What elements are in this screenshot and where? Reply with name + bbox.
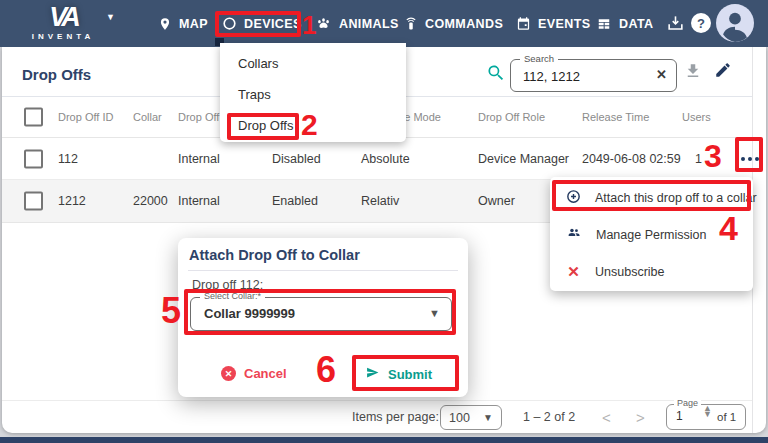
items-per-page-select[interactable]: 100 ▼	[440, 405, 502, 430]
nav-item-map[interactable]: MAP	[158, 0, 208, 47]
collar-ring-icon	[222, 16, 237, 31]
cell-release-mode: Absolute	[361, 152, 410, 166]
calendar-icon	[516, 16, 531, 31]
menu-item-attach-drop-off[interactable]: Attach this drop off to a collar	[550, 179, 753, 216]
brand-monogram: VA	[18, 3, 108, 31]
chevron-down-icon: ▼	[483, 412, 493, 423]
cell-release-time: 2049-06-08 02:59	[582, 152, 681, 166]
column-header-release-time: Release Time	[582, 111, 649, 123]
row-checkbox[interactable]	[24, 192, 43, 211]
nav-item-animals[interactable]: ANIMALS	[315, 0, 399, 47]
nav-item-devices[interactable]: DEVICES	[222, 0, 302, 47]
devices-dropdown-menu: Collars Traps Drop Offs	[220, 43, 406, 142]
select-collar-value: Collar 9999999	[204, 306, 295, 321]
page-stepper[interactable]: ▲▼	[703, 406, 712, 417]
row-context-menu: Attach this drop off to a collar Manage …	[550, 177, 753, 291]
edit-pencil-icon[interactable]	[714, 61, 732, 83]
nav-item-label: ANIMALS	[339, 17, 399, 31]
brand-caret-down-icon[interactable]: ▼	[106, 12, 115, 22]
chevron-down-icon: ▼	[429, 307, 440, 319]
cell-drop-off-type: Internal	[178, 194, 220, 208]
menu-item-unsubscribe[interactable]: ✕ Unsubscribe	[550, 253, 753, 290]
attach-to-collar-icon	[565, 188, 582, 208]
export-icon[interactable]	[666, 14, 685, 37]
cell-status: Enabled	[272, 194, 318, 208]
cell-users: 1	[695, 152, 702, 166]
cell-status: Disabled	[272, 152, 321, 166]
clear-search-icon[interactable]: ✕	[656, 67, 667, 82]
x-icon: ✕	[565, 263, 582, 281]
modal-title: Attach Drop Off to Collar	[189, 247, 360, 263]
row-checkbox[interactable]	[24, 149, 43, 168]
nav-item-label: DATA	[619, 17, 653, 31]
select-collar-dropdown[interactable]: Select Collar:* Collar 9999999 ▼	[190, 297, 452, 331]
drop-off-label: Drop off 112:	[192, 278, 263, 292]
submit-button[interactable]: Submit	[365, 366, 432, 382]
paw-icon	[315, 16, 332, 31]
nav-item-label: COMMANDS	[425, 17, 503, 31]
map-pin-icon	[158, 16, 172, 32]
nav-item-commands[interactable]: COMMANDS	[404, 0, 503, 47]
table-icon	[596, 17, 612, 31]
avatar[interactable]	[716, 4, 754, 46]
remote-icon	[404, 15, 418, 33]
menu-item-collars[interactable]: Collars	[220, 48, 406, 79]
attach-drop-off-modal: Attach Drop Off to Collar Drop off 112: …	[178, 238, 468, 397]
column-header-collar: Collar	[133, 111, 162, 123]
nav-item-label: DEVICES	[244, 17, 302, 31]
previous-page-button[interactable]: <	[602, 401, 611, 433]
brand-logo[interactable]: VA INVENTA	[18, 3, 108, 41]
menu-item-traps[interactable]: Traps	[220, 79, 406, 110]
items-per-page-label: Items per page:	[352, 401, 439, 433]
menu-item-drop-offs[interactable]: Drop Offs	[220, 110, 406, 141]
column-header-users: Users	[682, 111, 711, 123]
cell-drop-off-id: 112	[58, 152, 78, 166]
cell-drop-off-role: Owner	[478, 194, 515, 208]
cell-drop-off-type: Internal	[178, 152, 220, 166]
cell-drop-off-id: 1212	[58, 194, 86, 208]
page-number-field: Page ▲▼ of 1	[666, 404, 746, 430]
menu-item-manage-permission[interactable]: Manage Permission	[550, 216, 753, 253]
select-all-checkbox[interactable]	[24, 108, 43, 127]
pagination-range: 1 – 2 of 2	[523, 401, 575, 433]
nav-item-label: MAP	[179, 17, 208, 31]
window-bottom-edge	[0, 437, 768, 443]
nav-item-label: EVENTS	[538, 17, 590, 31]
next-page-button[interactable]: >	[636, 401, 645, 433]
cancel-x-icon: ✕	[221, 366, 236, 381]
search-input[interactable]	[521, 63, 645, 89]
modal-divider	[188, 270, 458, 271]
app-window: VA INVENTA ▼ MAP DEVICES ANIMALS COMMAND…	[0, 0, 768, 443]
column-header-drop-off-id: Drop Off ID	[58, 111, 113, 123]
page-number-input[interactable]	[674, 408, 694, 424]
page-field-label: Page	[674, 398, 701, 408]
search-icon[interactable]	[486, 63, 506, 87]
more-options-icon[interactable]	[741, 157, 759, 161]
nav-item-events[interactable]: EVENTS	[516, 0, 590, 47]
page-title: Drop Offs	[22, 66, 91, 83]
table-row: 112 Internal Disabled Absolute Device Ma…	[2, 138, 752, 180]
cell-collar: 22000	[133, 194, 168, 208]
send-icon	[365, 366, 380, 382]
help-icon[interactable]: ?	[691, 13, 711, 33]
top-nav: VA INVENTA ▼ MAP DEVICES ANIMALS COMMAND…	[0, 0, 768, 47]
search-field: Search ✕	[510, 59, 677, 92]
cell-drop-off-role: Device Manager	[478, 152, 569, 166]
page-total-label: of 1	[717, 411, 736, 423]
people-icon	[565, 226, 583, 243]
download-icon[interactable]	[684, 62, 702, 84]
select-collar-label: Select Collar:*	[200, 291, 265, 301]
brand-name: INVENTA	[18, 32, 108, 41]
cancel-button[interactable]: ✕ Cancel	[221, 366, 287, 381]
cell-release-mode: Relativ	[361, 194, 399, 208]
column-header-drop-off-role: Drop Off Role	[478, 111, 545, 123]
nav-item-data[interactable]: DATA	[596, 0, 653, 47]
